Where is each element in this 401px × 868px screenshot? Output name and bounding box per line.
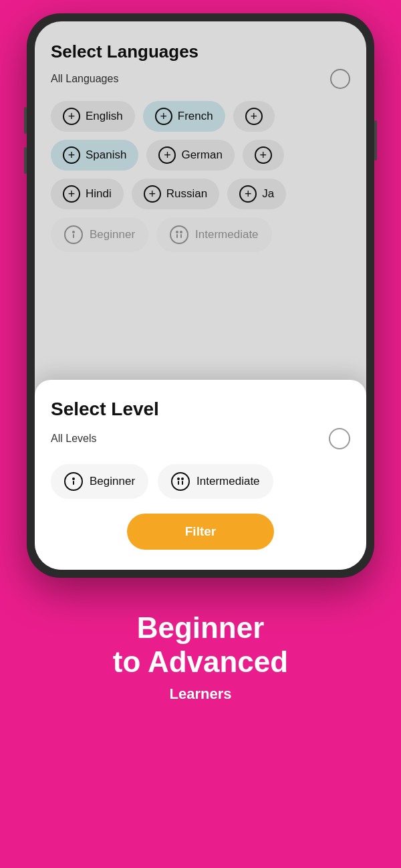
level-title: Select Level: [51, 399, 350, 420]
phone-screen: Select Languages All Languages + English…: [35, 21, 366, 570]
svg-point-10: [181, 477, 184, 480]
bottom-main-line2: to Advanced: [113, 645, 288, 678]
beginner-chip[interactable]: Beginner: [51, 464, 148, 499]
svg-rect-7: [73, 481, 74, 485]
svg-rect-9: [178, 481, 179, 485]
volume-up-button: [24, 107, 27, 134]
intermediate-label: Intermediate: [196, 475, 260, 488]
all-levels-label: All Levels: [51, 433, 96, 445]
bottom-sub-text: Learners: [113, 685, 288, 703]
intermediate-level-icon: [171, 472, 190, 491]
bottom-main-line1: Beginner: [137, 611, 265, 644]
bottom-text-section: Beginner to Advanced Learners: [93, 578, 308, 730]
select-level-modal: Select Level All Levels Beginner: [35, 380, 366, 570]
volume-down-button: [24, 147, 27, 174]
beginner-label: Beginner: [90, 475, 135, 488]
power-button: [374, 120, 377, 160]
svg-point-6: [72, 477, 75, 480]
all-levels-row: All Levels: [51, 428, 350, 449]
filter-button[interactable]: Filter: [127, 514, 274, 550]
intermediate-chip[interactable]: Intermediate: [158, 464, 273, 499]
beginner-level-icon: [64, 472, 83, 491]
svg-rect-11: [182, 481, 183, 485]
levels-row: Beginner Intermediate: [51, 464, 350, 499]
phone-device: Select Languages All Languages + English…: [27, 13, 374, 578]
svg-point-8: [177, 477, 180, 480]
bottom-main-text: Beginner to Advanced: [113, 611, 288, 679]
all-levels-radio[interactable]: [329, 428, 350, 449]
